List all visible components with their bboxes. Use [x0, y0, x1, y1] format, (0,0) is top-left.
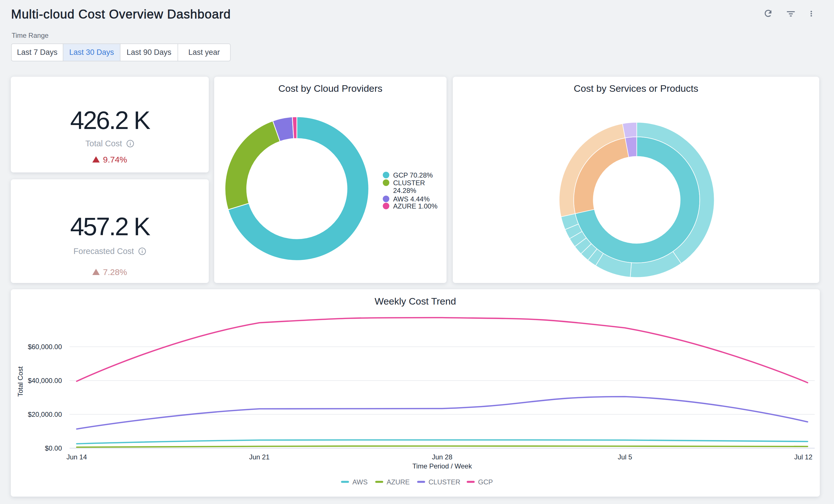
svg-text:Jul 5: Jul 5: [618, 453, 632, 461]
svg-text:Jul 12: Jul 12: [794, 453, 812, 461]
svg-text:GCP: GCP: [478, 478, 493, 486]
svg-text:Jun 21: Jun 21: [249, 453, 269, 461]
svg-text:AZURE 1.00%: AZURE 1.00%: [393, 202, 437, 210]
svg-text:Jun 28: Jun 28: [432, 453, 452, 461]
svg-text:$40,000.00: $40,000.00: [28, 377, 62, 385]
svg-text:$60,000.00: $60,000.00: [28, 343, 62, 351]
svg-text:Jun 14: Jun 14: [66, 453, 87, 461]
svg-text:AWS 4.44%: AWS 4.44%: [393, 195, 430, 203]
svg-text:Time Period / Week: Time Period / Week: [413, 462, 472, 470]
svg-text:AWS: AWS: [352, 478, 368, 486]
svg-text:Total Cost: Total Cost: [17, 366, 24, 397]
svg-text:$0.00: $0.00: [45, 444, 62, 452]
svg-text:24.28%: 24.28%: [393, 187, 416, 194]
svg-text:CLUSTER: CLUSTER: [393, 179, 425, 187]
svg-text:$20,000.00: $20,000.00: [28, 411, 62, 418]
svg-text:CLUSTER: CLUSTER: [429, 478, 460, 486]
svg-text:AZURE: AZURE: [387, 478, 410, 486]
svg-text:GCP 70.28%: GCP 70.28%: [393, 171, 433, 179]
